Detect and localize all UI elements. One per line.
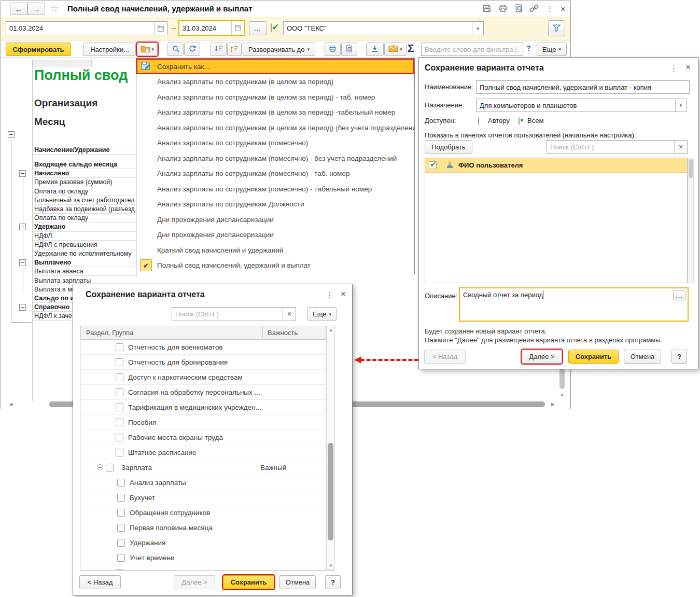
report-row[interactable]: Начислено bbox=[33, 169, 137, 178]
section-row[interactable]: Согласия на обработку персональных ... bbox=[81, 385, 326, 400]
menu-item[interactable]: ✔ Полный свод начислений, удержаний и вы… bbox=[136, 258, 414, 273]
get-link-icon[interactable] bbox=[529, 4, 539, 15]
section-row[interactable]: Первая половина месяца bbox=[81, 520, 326, 535]
row-expander-icon[interactable] bbox=[19, 170, 26, 177]
cancel-button[interactable]: Отмена bbox=[624, 350, 661, 364]
report-row[interactable]: НДФЛ с превышения bbox=[33, 241, 137, 249]
filter-settings-button[interactable] bbox=[548, 20, 565, 36]
back-button[interactable]: ← bbox=[10, 3, 27, 15]
sections-search-value[interactable] bbox=[172, 308, 283, 321]
report-row[interactable]: Оплата по окладу bbox=[33, 187, 137, 196]
report-row[interactable]: Больничный за счет работодател bbox=[33, 196, 137, 205]
report-row[interactable]: Надбавка за подвижной (разъезд bbox=[33, 205, 137, 214]
collapse-groups-button[interactable] bbox=[211, 43, 227, 56]
menu-item[interactable]: ✔ Анализ зарплаты по сотрудникам (помеся… bbox=[136, 151, 414, 166]
section-row[interactable]: Удержания bbox=[81, 535, 326, 550]
favorite-star-icon[interactable]: ☆ bbox=[50, 3, 59, 15]
section-row[interactable]: Учет времени bbox=[81, 550, 326, 565]
filter-word-value[interactable] bbox=[422, 43, 523, 55]
section-row[interactable]: Отчетность для бронирования bbox=[81, 355, 326, 370]
section-checkbox[interactable] bbox=[116, 419, 123, 426]
section-checkbox[interactable] bbox=[117, 509, 125, 517]
pick-users-button[interactable]: Подобрать bbox=[425, 140, 472, 154]
section-row[interactable]: Пособия bbox=[81, 415, 326, 430]
sections-search-input[interactable]: ✕ bbox=[172, 307, 296, 321]
clear-search-icon[interactable]: ✕ bbox=[674, 141, 687, 153]
access-author-radio[interactable] bbox=[478, 117, 479, 126]
chevron-down-icon[interactable]: ▾ bbox=[472, 22, 483, 35]
menu-item[interactable]: ✔ Анализ зарплаты по сотрудникам (в цело… bbox=[136, 105, 414, 120]
sections-more-button[interactable]: Еще▾ bbox=[307, 307, 337, 321]
section-checkbox[interactable] bbox=[117, 539, 125, 547]
toolbar-more-button[interactable]: Еще▾ bbox=[537, 43, 567, 56]
section-row[interactable]: Тарификация в медицинских учрежден... bbox=[81, 400, 326, 415]
print-preview-icon[interactable] bbox=[514, 4, 524, 15]
menu-item[interactable]: ✔ Краткий свод начислений и удержаний bbox=[136, 243, 414, 258]
name-value[interactable] bbox=[477, 81, 689, 93]
expand-to-button[interactable]: Разворачивать до▾ bbox=[243, 43, 315, 56]
search-button[interactable] bbox=[167, 43, 184, 56]
report-outer-expander[interactable] bbox=[8, 131, 15, 138]
forward-button[interactable]: → bbox=[27, 3, 45, 15]
save-to-file-button[interactable] bbox=[366, 43, 384, 56]
section-checkbox[interactable] bbox=[116, 449, 123, 456]
organization-value[interactable] bbox=[284, 22, 472, 35]
scroll-down-icon[interactable]: ▼ bbox=[560, 394, 564, 398]
menu-item[interactable]: ✔ Анализ зарплаты по сотрудникам (в цело… bbox=[136, 90, 414, 105]
save-button[interactable]: Сохранить bbox=[568, 350, 619, 364]
scroll-left-icon[interactable]: ◀ bbox=[9, 402, 12, 407]
menu-item[interactable]: ✔ Анализ зарплаты по сотрудникам (помеся… bbox=[136, 182, 414, 197]
organization-combo[interactable]: ▾ bbox=[283, 21, 484, 35]
row-expander-icon[interactable] bbox=[19, 224, 26, 230]
section-row[interactable]: Штатное расписание bbox=[81, 445, 326, 460]
section-checkbox[interactable] bbox=[117, 524, 125, 532]
section-checkbox[interactable] bbox=[116, 358, 123, 366]
generate-button[interactable]: Сформировать bbox=[6, 43, 71, 56]
purpose-value[interactable] bbox=[477, 99, 675, 112]
menu-item[interactable]: ✔ Анализ зарплаты по сотрудникам (помеся… bbox=[136, 135, 414, 151]
users-scroll-thumb[interactable] bbox=[689, 159, 693, 178]
description-textarea[interactable]: Сводный отчет за период ... bbox=[459, 287, 689, 322]
section-checkbox[interactable] bbox=[116, 434, 123, 441]
report-row[interactable]: Выплата аванса bbox=[33, 267, 137, 276]
dialog-close-icon[interactable]: × bbox=[341, 289, 346, 298]
refresh-button[interactable] bbox=[184, 43, 200, 56]
window-more-icon[interactable]: ⋮ bbox=[546, 4, 554, 13]
report-row[interactable]: Удержание по исполнительному bbox=[33, 249, 137, 258]
calendar-icon[interactable] bbox=[231, 21, 244, 35]
help-icon[interactable]: ? bbox=[526, 44, 531, 52]
purpose-combo[interactable]: ▾ bbox=[476, 99, 687, 112]
report-row[interactable]: Оплата по окладу bbox=[33, 214, 137, 223]
section-checkbox[interactable] bbox=[116, 388, 123, 396]
organization-checkbox[interactable] bbox=[271, 23, 272, 32]
section-checkbox[interactable] bbox=[117, 554, 125, 562]
back-button[interactable]: < Назад bbox=[424, 350, 466, 364]
section-checkbox[interactable] bbox=[116, 404, 123, 411]
date-to-input[interactable] bbox=[178, 20, 245, 36]
report-row[interactable]: Премия разовая (суммой) bbox=[33, 178, 137, 187]
report-row[interactable]: Удержано bbox=[33, 223, 137, 231]
section-checkbox[interactable] bbox=[117, 494, 125, 502]
tree-collapse-icon[interactable] bbox=[97, 464, 103, 470]
sections-scroll-thumb[interactable] bbox=[328, 443, 333, 540]
clear-search-icon[interactable]: ✕ bbox=[283, 308, 296, 321]
dialog-more-icon[interactable]: ⋮ bbox=[326, 290, 333, 300]
menu-item[interactable]: ✔ Анализ зарплаты по сотрудникам (в цело… bbox=[136, 74, 414, 90]
next-button[interactable]: Далее > bbox=[174, 575, 215, 589]
row-expander-icon[interactable] bbox=[19, 259, 26, 266]
user-row-selected[interactable]: ФИО пользователя bbox=[425, 158, 687, 173]
menu-item[interactable]: ✔ Дни прохождения диспансаризации bbox=[136, 212, 414, 228]
cancel-button[interactable]: Отмена bbox=[279, 575, 316, 589]
scroll-up-icon[interactable]: ▲ bbox=[329, 328, 333, 332]
dialog-close-icon[interactable]: × bbox=[685, 63, 691, 72]
toolbar-print-button[interactable] bbox=[325, 43, 341, 56]
sum-sigma-icon[interactable]: Σ bbox=[408, 42, 414, 54]
chevron-down-icon[interactable]: ▾ bbox=[675, 99, 686, 112]
row-expander-icon[interactable] bbox=[19, 304, 26, 311]
help-button[interactable]: ? bbox=[671, 350, 687, 364]
scroll-down-icon[interactable]: ▼ bbox=[329, 564, 333, 568]
menu-item[interactable]: ✔ Анализ зарплаты по сотрудникам Должнос… bbox=[136, 197, 414, 212]
scroll-right-icon[interactable]: ▶ bbox=[551, 402, 554, 407]
access-all-radio[interactable] bbox=[519, 117, 520, 126]
name-input[interactable] bbox=[476, 80, 690, 94]
